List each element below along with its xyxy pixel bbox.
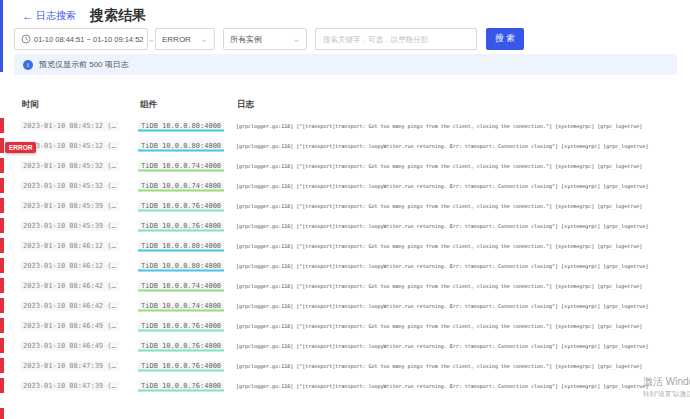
log-component-badge: TiDB 10.0.0.74:4000 xyxy=(138,301,224,312)
info-icon: i xyxy=(23,60,33,70)
log-time: 2023-01-10 08:46:12 (… xyxy=(20,241,119,251)
table-row[interactable]: 2023-01-10 08:47:39 (… TiDB 10.0.0.76:40… xyxy=(0,356,690,376)
log-message: [grpclogger.go:116] ["[transport]transpo… xyxy=(236,143,648,149)
log-level-select[interactable]: ERROR ⌄ xyxy=(155,28,215,50)
log-level-value: ERROR xyxy=(162,35,191,44)
column-header-log: 日志 xyxy=(237,99,254,111)
back-link[interactable]: ← 日志搜索 xyxy=(22,9,76,23)
log-message: [grpclogger.go:116] ["[transport]transpo… xyxy=(236,123,642,129)
log-message: [grpclogger.go:116] ["[transport]transpo… xyxy=(236,163,642,169)
log-component-badge: TiDB 10.0.0.76:4000 xyxy=(138,341,224,352)
log-time: 2023-01-10 08:45:32 (… xyxy=(20,161,119,171)
log-message: [grpclogger.go:116] ["[transport]transpo… xyxy=(236,343,648,349)
error-level-bar xyxy=(0,258,4,273)
table-row[interactable]: 2023-01-10 08:45:39 (… TiDB 10.0.0.76:40… xyxy=(0,216,690,236)
log-message: [grpclogger.go:116] ["[transport]transpo… xyxy=(236,363,642,369)
info-banner-text: 预览仅显示前 500 项日志 xyxy=(39,59,129,70)
watermark-line1: 激活 Windows xyxy=(643,375,690,389)
table-row[interactable]: 2023-01-10 08:46:42 (… TiDB 10.0.0.74:40… xyxy=(0,296,690,316)
log-component-badge: TiDB 10.0.0.74:4000 xyxy=(138,161,224,172)
log-message: [grpclogger.go:116] ["[transport]transpo… xyxy=(236,283,642,289)
log-search-results-page: ← 日志搜索 搜索结果 01-10 08:44:51 ~ 01-10 09:14… xyxy=(0,0,690,419)
error-level-bar xyxy=(0,408,4,419)
chevron-down-icon: ⌄ xyxy=(200,36,208,42)
log-time: 2023-01-10 08:46:49 (… xyxy=(20,321,119,331)
chevron-down-icon: ⌄ xyxy=(292,36,300,42)
instances-value: 所有实例 xyxy=(230,34,262,45)
time-range-value: 01-10 08:44:51 ~ 01-10 09:14:52 xyxy=(34,35,143,44)
log-component-badge: TiDB 10.0.0.76:4000 xyxy=(138,381,224,392)
clock-icon xyxy=(21,34,31,44)
table-row[interactable]: 2023-01-10 08:47:39 (… TiDB 10.0.0.76:40… xyxy=(0,376,690,396)
table-row[interactable]: 2023-01-10 08:46:49 (… TiDB 10.0.0.76:40… xyxy=(0,336,690,356)
search-button[interactable]: 搜 索 xyxy=(486,28,524,50)
back-arrow-icon: ← xyxy=(22,10,33,22)
table-row[interactable]: 2023-01-10 08:46:42 (… TiDB 10.0.0.74:40… xyxy=(0,276,690,296)
page-header: ← 日志搜索 搜索结果 xyxy=(22,7,146,25)
error-level-bar xyxy=(0,238,4,253)
log-message: [grpclogger.go:116] ["[transport]transpo… xyxy=(236,383,648,389)
log-time: 2023-01-10 08:45:12 (… xyxy=(20,121,119,131)
error-level-bar xyxy=(0,318,4,333)
back-link-label: 日志搜索 xyxy=(36,9,76,23)
error-level-bar xyxy=(0,378,4,393)
log-component-badge: TiDB 10.0.0.80:4000 xyxy=(138,241,224,252)
error-level-bar xyxy=(0,278,4,293)
error-level-bar xyxy=(0,218,4,233)
log-time: 2023-01-10 08:46:12 (… xyxy=(20,261,119,271)
table-row[interactable]: 2023-01-10 08:45:39 (… TiDB 10.0.0.76:40… xyxy=(0,196,690,216)
page-title: 搜索结果 xyxy=(90,7,146,25)
log-time: 2023-01-10 08:46:49 (… xyxy=(20,341,119,351)
table-row[interactable]: 2023-01-10 08:46:12 (… TiDB 10.0.0.80:40… xyxy=(0,236,690,256)
error-level-bar xyxy=(0,358,4,373)
log-message: [grpclogger.go:116] ["[transport]transpo… xyxy=(236,303,648,309)
log-time: 2023-01-10 08:47:39 (… xyxy=(20,381,119,391)
log-component-badge: TiDB 10.0.0.76:4000 xyxy=(138,201,224,212)
log-component-badge: TiDB 10.0.0.76:4000 xyxy=(138,361,224,372)
watermark-line2: 转到“设置”以激活 xyxy=(643,390,690,399)
log-component-badge: TiDB 10.0.0.80:4000 xyxy=(138,261,224,272)
table-row[interactable]: 2023-01-10 08:45:32 (… TiDB 10.0.0.74:40… xyxy=(0,156,690,176)
log-time: 2023-01-10 08:45:32 (… xyxy=(20,181,119,191)
error-level-bar xyxy=(0,158,4,173)
error-level-bar xyxy=(0,338,4,353)
column-header-component: 组件 xyxy=(140,99,157,111)
log-time: 2023-01-10 08:47:39 (… xyxy=(20,361,119,371)
left-edge-strip xyxy=(0,0,3,72)
log-message: [grpclogger.go:116] ["[transport]transpo… xyxy=(236,243,642,249)
log-message: [grpclogger.go:116] ["[transport]transpo… xyxy=(236,323,642,329)
chevron-down-icon: ⌄ xyxy=(147,36,155,42)
table-row[interactable]: 2023-01-10 08:45:32 (… TiDB 10.0.0.74:40… xyxy=(0,176,690,196)
table-row[interactable]: 2023-01-10 08:45:12 (… TiDB 10.0.0.80:40… xyxy=(0,116,690,136)
table-row[interactable]: 2023-01-10 08:46:12 (… TiDB 10.0.0.80:40… xyxy=(0,256,690,276)
log-component-badge: TiDB 10.0.0.74:4000 xyxy=(138,181,224,192)
log-time: 2023-01-10 08:46:42 (… xyxy=(20,301,119,311)
table-row[interactable]: 2023-01-10 08:45:12 (… TiDB 10.0.0.80:40… xyxy=(0,136,690,156)
search-input[interactable] xyxy=(315,28,477,50)
log-table-body: 2023-01-10 08:45:12 (… TiDB 10.0.0.80:40… xyxy=(0,116,690,396)
log-time: 2023-01-10 08:46:42 (… xyxy=(20,281,119,291)
log-time: 2023-01-10 08:45:39 (… xyxy=(20,201,119,211)
log-message: [grpclogger.go:116] ["[transport]transpo… xyxy=(236,183,648,189)
log-component-badge: TiDB 10.0.0.80:4000 xyxy=(138,121,224,132)
error-level-bar xyxy=(0,138,4,153)
column-header-time: 时间 xyxy=(22,99,39,111)
table-header: 时间 组件 日志 xyxy=(0,99,690,114)
instances-select[interactable]: 所有实例 ⌄ xyxy=(223,28,307,50)
time-range-picker[interactable]: 01-10 08:44:51 ~ 01-10 09:14:52 ⌄ xyxy=(14,28,148,50)
log-message: [grpclogger.go:116] ["[transport]transpo… xyxy=(236,263,648,269)
log-message: [grpclogger.go:116] ["[transport]transpo… xyxy=(236,223,648,229)
error-level-bar xyxy=(0,118,4,133)
table-row[interactable]: 2023-01-10 08:46:49 (… TiDB 10.0.0.76:40… xyxy=(0,316,690,336)
windows-activation-watermark: 激活 Windows 转到“设置”以激活 xyxy=(643,375,690,399)
log-component-badge: TiDB 10.0.0.76:4000 xyxy=(138,221,224,232)
log-component-badge: TiDB 10.0.0.80:4000 xyxy=(138,141,224,152)
error-level-bar xyxy=(0,298,4,313)
log-component-badge: TiDB 10.0.0.74:4000 xyxy=(138,281,224,292)
log-message: [grpclogger.go:116] ["[transport]transpo… xyxy=(236,203,642,209)
error-level-tooltip: ERROR xyxy=(5,142,36,153)
info-banner: i 预览仅显示前 500 项日志 xyxy=(14,54,677,75)
error-level-bar xyxy=(0,178,4,193)
filter-bar: 01-10 08:44:51 ~ 01-10 09:14:52 ⌄ ERROR … xyxy=(14,28,524,50)
log-time: 2023-01-10 08:45:39 (… xyxy=(20,221,119,231)
